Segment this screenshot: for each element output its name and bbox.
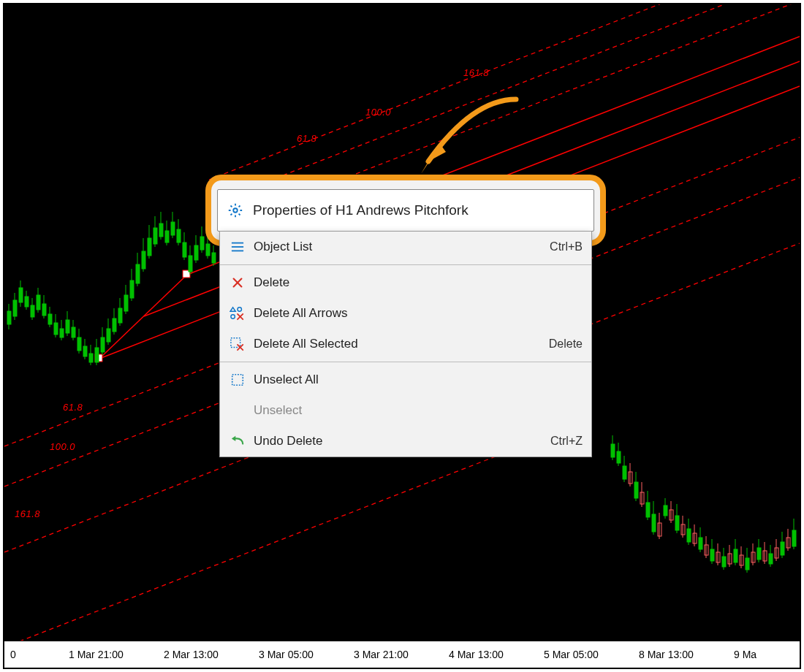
time-axis: 0 1 Mar 21:00 2 Mar 13:00 3 Mar 05:00 3 … [4, 641, 800, 668]
svg-point-156 [238, 308, 241, 311]
axis-tick-5: 4 Mar 13:00 [449, 649, 504, 660]
list-icon [227, 239, 248, 255]
close-icon [227, 275, 248, 291]
menu-item-delete[interactable]: Delete [220, 267, 591, 298]
menu-item-properties[interactable]: Properties of H1 Andrews Pitchfork [217, 189, 594, 232]
axis-tick-2: 2 Mar 13:00 [164, 649, 219, 660]
svg-rect-163 [232, 375, 243, 386]
svg-marker-155 [230, 308, 235, 311]
axis-tick-6: 5 Mar 05:00 [544, 649, 599, 660]
fib-label-upper-1618: 161.8 [463, 67, 489, 78]
axis-tick-0: 0 [10, 649, 16, 660]
context-menu: Object List Ctrl+B Delete Delete All Arr… [219, 231, 592, 457]
svg-line-5 [253, 4, 800, 187]
axis-tick-7: 8 Mar 13:00 [639, 649, 694, 660]
axis-tick-1: 1 Mar 21:00 [69, 649, 124, 660]
blank-icon [227, 402, 248, 419]
fib-label-lower-1618: 161.8 [15, 508, 40, 519]
axis-tick-8: 9 Ma [734, 649, 756, 660]
gear-icon [225, 202, 246, 218]
dashed-square-icon [227, 372, 248, 388]
menu-item-undo-delete[interactable]: Undo Delete Ctrl+Z [220, 426, 591, 457]
menu-separator [220, 264, 591, 265]
fib-label-upper-1000: 100.0 [365, 107, 391, 118]
menu-label-delete-selected: Delete All Selected [254, 337, 549, 351]
menu-item-object-list[interactable]: Object List Ctrl+B [220, 232, 591, 262]
menu-label-unselect: Unselect [254, 403, 583, 418]
menu-label-delete-arrows: Delete All Arrows [254, 306, 583, 321]
menu-item-delete-all-arrows[interactable]: Delete All Arrows [220, 298, 591, 329]
menu-separator-2 [220, 362, 591, 362]
menu-label-properties: Properties of H1 Andrews Pitchfork [253, 202, 469, 218]
shapes-close-icon [227, 305, 248, 321]
selection-close-icon [227, 336, 248, 352]
svg-line-6 [326, 4, 800, 186]
menu-shortcut-delete-selected: Delete [549, 337, 583, 351]
undo-icon [227, 433, 248, 449]
chart-window: 161.8 100.0 61.8 61.8 100.0 161.8 Proper… [3, 3, 801, 669]
menu-shortcut-objectlist: Ctrl+B [550, 240, 583, 253]
menu-shortcut-undo-delete: Ctrl+Z [550, 435, 583, 448]
fib-label-lower-1000: 100.0 [50, 441, 75, 452]
menu-item-unselect-all[interactable]: Unselect All [220, 364, 591, 395]
fib-label-lower-618: 61.8 [63, 402, 83, 413]
menu-label-objectlist: Object List [254, 240, 550, 254]
svg-point-157 [231, 315, 235, 318]
svg-line-4 [209, 4, 800, 180]
menu-label-unselect-all: Unselect All [254, 373, 583, 387]
fib-label-upper-618: 61.8 [297, 133, 316, 144]
menu-item-unselect[interactable]: Unselect [220, 395, 591, 426]
axis-tick-3: 3 Mar 05:00 [259, 649, 314, 660]
menu-item-delete-all-selected[interactable]: Delete All Selected Delete [220, 329, 591, 359]
svg-line-10 [4, 448, 516, 647]
menu-label-undo-delete: Undo Delete [254, 434, 550, 448]
svg-line-0 [99, 275, 187, 359]
svg-point-149 [233, 208, 238, 213]
menu-label-delete: Delete [254, 275, 583, 290]
axis-tick-4: 3 Mar 21:00 [354, 649, 409, 660]
